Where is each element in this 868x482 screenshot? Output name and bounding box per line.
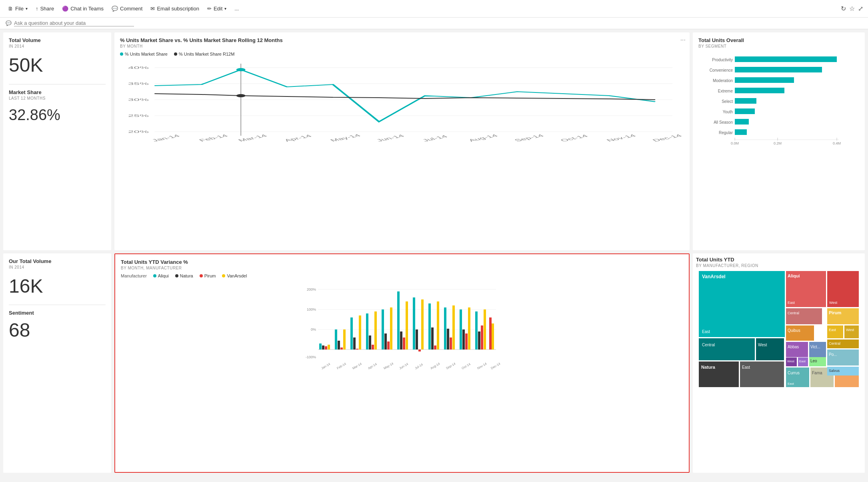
more-button[interactable]: ... <box>231 4 242 13</box>
svg-text:Convenience: Convenience <box>710 68 733 72</box>
svg-text:West: West <box>758 343 767 347</box>
fullscreen-icon[interactable]: ⤢ <box>858 5 863 12</box>
svg-rect-71 <box>374 311 377 349</box>
comment-label: Comment <box>120 6 142 12</box>
market-share-title: Market Share <box>9 89 106 95</box>
total-volume-bottom-value: 16K <box>9 276 106 297</box>
edit-button[interactable]: ✏ Edit ▾ <box>204 4 230 13</box>
edit-chevron-icon: ▾ <box>224 6 226 11</box>
share-button[interactable]: ↑ Share <box>32 4 57 13</box>
legend-dot-pirum <box>200 274 203 277</box>
legend-aliqui: Aliqui <box>153 273 169 278</box>
file-label: File <box>15 6 24 12</box>
treemap-subtitle: BY MANUFACTURER, REGION <box>696 263 862 268</box>
line-chart-more-icon[interactable]: ··· <box>680 36 686 44</box>
svg-rect-30 <box>735 77 794 83</box>
line-chart-title: % Units Market Share vs. % Units Market … <box>120 37 684 43</box>
svg-text:0.4M: 0.4M <box>833 141 841 145</box>
share-icon: ↑ <box>36 6 38 12</box>
email-button[interactable]: ✉ Email subscription <box>147 4 202 13</box>
gbar-chart-subtitle: BY MONTH, MANUFACTURER <box>121 266 683 270</box>
svg-rect-61 <box>338 341 340 349</box>
svg-rect-102 <box>489 317 492 349</box>
svg-point-12 <box>236 94 246 97</box>
svg-text:100%: 100% <box>307 307 316 311</box>
svg-text:Po...: Po... <box>829 352 837 357</box>
svg-text:Central: Central <box>702 343 715 347</box>
chat-teams-button[interactable]: 🟣 Chat in Teams <box>59 4 107 13</box>
file-chevron-icon: ▾ <box>26 6 28 11</box>
svg-text:Feb-14: Feb-14 <box>336 362 347 370</box>
svg-rect-77 <box>400 331 402 349</box>
qa-icon: 💬 <box>6 20 12 26</box>
market-share-subtitle: LAST 12 MONTHS <box>9 96 106 100</box>
hbar-chart-title: Total Units Overall <box>698 37 859 43</box>
qa-bar: 💬 <box>0 18 868 29</box>
more-label: ... <box>234 6 239 12</box>
comment-button[interactable]: 💬 Comment <box>108 4 146 13</box>
gbar-legend: Manufacturer Aliqui Natura Pirum VanArsd… <box>121 273 683 278</box>
svg-text:Aug-14: Aug-14 <box>466 133 499 142</box>
legend-item-market-share: % Units Market Share <box>120 52 168 56</box>
svg-text:Central: Central <box>829 341 840 345</box>
gbar-chart-card: Total Units YTD Variance % BY MONTH, MAN… <box>114 253 690 473</box>
svg-rect-60 <box>335 329 337 349</box>
svg-rect-119 <box>699 338 755 360</box>
svg-text:0.0M: 0.0M <box>731 141 739 145</box>
svg-text:East: East <box>742 365 750 370</box>
svg-rect-98 <box>481 325 483 349</box>
svg-rect-69 <box>369 335 371 349</box>
line-chart-card: % Units Market Share vs. % Units Market … <box>114 32 690 250</box>
svg-rect-86 <box>434 345 436 349</box>
svg-text:West: West <box>829 301 838 305</box>
edit-label: Edit <box>214 6 222 12</box>
svg-text:Quibus: Quibus <box>788 328 800 333</box>
market-share-value: 32.86% <box>9 107 106 124</box>
svg-rect-99 <box>484 309 486 349</box>
refresh-icon[interactable]: ↻ <box>841 5 846 12</box>
svg-text:East: East <box>829 328 836 332</box>
treemap-title: Total Units YTD <box>696 257 862 263</box>
toolbar: 🗎 File ▾ ↑ Share 🟣 Chat in Teams 💬 Comme… <box>0 0 868 18</box>
legend-label-vanarsdel: VanArsdel <box>227 273 247 278</box>
comment-icon: 💬 <box>112 6 118 12</box>
svg-text:Leo: Leo <box>810 359 817 363</box>
treemap-card: Total Units YTD BY MANUFACTURER, REGION … <box>693 253 865 473</box>
legend-label-market-share: % Units Market Share <box>125 52 168 56</box>
hbar-chart-card: Total Units Overall BY SEGMENT Productiv… <box>693 32 865 250</box>
hbar-chart-svg: Productivity Convenience Moderation Extr… <box>698 52 859 160</box>
svg-text:Pirum: Pirum <box>829 310 841 315</box>
svg-rect-68 <box>366 313 368 349</box>
legend-dot-aliqui <box>153 274 156 277</box>
svg-rect-121 <box>756 338 784 360</box>
svg-rect-59 <box>328 345 330 349</box>
legend-label-pirum: Pirum <box>204 273 216 278</box>
svg-rect-93 <box>462 329 465 349</box>
svg-text:Sep-14: Sep-14 <box>512 133 545 142</box>
share-label: Share <box>40 6 54 12</box>
qa-input[interactable] <box>14 20 134 26</box>
svg-rect-40 <box>735 129 747 135</box>
svg-text:Apr-14: Apr-14 <box>282 134 314 142</box>
svg-text:Nov-14: Nov-14 <box>477 362 488 370</box>
svg-rect-32 <box>735 88 784 93</box>
total-volume-bottom-title: Our Total Volume <box>9 258 106 264</box>
svg-rect-56 <box>319 343 322 349</box>
svg-text:Currus: Currus <box>788 371 800 375</box>
svg-rect-97 <box>478 331 480 349</box>
svg-rect-78 <box>403 337 405 349</box>
svg-rect-152 <box>827 349 859 366</box>
svg-text:Central: Central <box>788 311 799 315</box>
svg-rect-28 <box>735 67 822 72</box>
svg-rect-62 <box>340 347 343 349</box>
file-icon: 🗎 <box>8 6 13 12</box>
file-button[interactable]: 🗎 File ▾ <box>5 4 31 13</box>
legend-label-aliqui: Aliqui <box>158 273 169 278</box>
svg-text:Extreme: Extreme <box>718 89 733 93</box>
gbar-legend-mfr-label: Manufacturer <box>121 273 147 278</box>
svg-text:Vict...: Vict... <box>810 345 820 349</box>
favorite-icon[interactable]: ☆ <box>849 5 855 12</box>
legend-dot-teal <box>120 52 123 56</box>
svg-rect-63 <box>343 329 346 349</box>
legend-dot-vanarsdel <box>222 274 225 277</box>
